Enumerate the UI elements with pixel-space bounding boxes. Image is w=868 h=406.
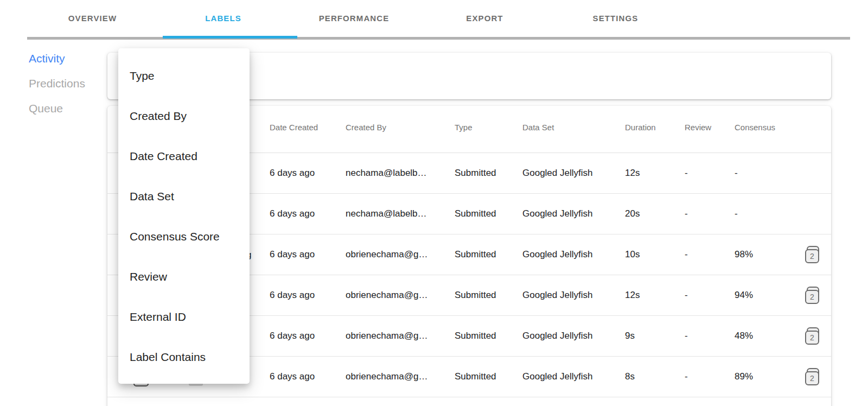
cell-review: - — [685, 290, 688, 301]
column-header-review: Review — [685, 123, 711, 132]
menu-item-consensus-score[interactable]: Consensus Score — [118, 217, 250, 257]
labels-sidebar: Activity Predictions Queue — [29, 52, 110, 127]
label-count-badge[interactable]: 2 — [805, 327, 822, 345]
badge-count: 2 — [805, 331, 819, 345]
badge-count: 2 — [805, 290, 819, 304]
menu-item-date-created[interactable]: Date Created — [118, 136, 250, 176]
cell-data-set: Googled Jellyfish — [522, 371, 592, 382]
tab-settings[interactable]: SETTINGS — [550, 0, 681, 36]
cell-type: Submitted — [455, 168, 496, 179]
cell-consensus: 94% — [735, 290, 753, 301]
tab-performance[interactable]: PERFORMANCE — [289, 0, 419, 36]
cell-type: Submitted — [455, 290, 496, 301]
cell-date-created: 6 days ago — [270, 290, 315, 301]
cell-created-by: nechama@labelb… — [346, 208, 427, 219]
badge-count: 2 — [805, 249, 819, 263]
cell-date-created: 6 days ago — [270, 208, 315, 219]
cell-consensus: 89% — [735, 371, 753, 382]
badge-count: 2 — [805, 371, 819, 385]
cell-created-by: obrienechama@g… — [346, 371, 427, 382]
cell-review: - — [685, 331, 688, 341]
cell-data-set: Googled Jellyfish — [522, 208, 592, 219]
cell-created-by: obrienechama@g… — [346, 249, 427, 260]
tab-labels[interactable]: LABELS — [158, 0, 289, 36]
cell-type: Submitted — [455, 371, 496, 382]
menu-item-label-contains[interactable]: Label Contains — [118, 337, 250, 377]
menu-item-external-id[interactable]: External ID — [118, 297, 250, 337]
cell-review: - — [685, 249, 688, 260]
cell-created-by: obrienechama@g… — [346, 331, 427, 341]
cell-type: Submitted — [455, 249, 496, 260]
menu-item-type[interactable]: Type — [118, 56, 250, 96]
cell-data-set: Googled Jellyfish — [522, 290, 592, 301]
cell-data-set: Googled Jellyfish — [522, 331, 592, 341]
sidebar-item-activity[interactable]: Activity — [29, 52, 110, 65]
cell-created-by: nechama@labelb… — [346, 168, 427, 179]
cell-consensus: 98% — [735, 249, 753, 260]
cell-review: - — [685, 371, 688, 382]
cell-date-created: 6 days ago — [270, 331, 315, 341]
column-header-duration: Duration — [625, 123, 656, 132]
cell-duration: 9s — [625, 331, 635, 341]
cell-duration: 8s — [625, 371, 635, 382]
labels-page: OVERVIEW LABELS PERFORMANCE EXPORT SETTI… — [0, 0, 868, 406]
menu-item-review[interactable]: Review — [118, 257, 250, 297]
cell-review: - — [685, 168, 688, 179]
tab-list: OVERVIEW LABELS PERFORMANCE EXPORT SETTI… — [27, 0, 681, 36]
label-count-badge[interactable]: 2 — [805, 368, 822, 385]
cell-date-created: 6 days ago — [270, 371, 315, 382]
cell-duration: 10s — [625, 249, 640, 260]
tab-overview[interactable]: OVERVIEW — [27, 0, 158, 36]
menu-item-created-by[interactable]: Created By — [118, 96, 250, 136]
column-header-consensus: Consensus — [735, 123, 775, 132]
label-count-badge[interactable]: 2 — [805, 246, 822, 263]
cell-data-set: Googled Jellyfish — [522, 249, 592, 260]
tab-bar-divider — [27, 37, 850, 40]
cell-type: Submitted — [455, 331, 496, 341]
cell-consensus: 48% — [735, 331, 753, 341]
column-header-date-created: Date Created — [270, 123, 318, 132]
cell-created-by: obrienechama@g… — [346, 290, 427, 301]
column-header-type: Type — [455, 123, 473, 132]
label-count-badge[interactable]: 2 — [805, 287, 822, 304]
cell-duration: 12s — [625, 290, 640, 301]
column-header-data-set: Data Set — [522, 123, 554, 132]
cell-duration: 12s — [625, 168, 640, 179]
cell-review: - — [685, 208, 688, 219]
tab-bar: OVERVIEW LABELS PERFORMANCE EXPORT SETTI… — [0, 0, 868, 40]
menu-item-data-set[interactable]: Data Set — [118, 176, 250, 217]
tab-export[interactable]: EXPORT — [419, 0, 550, 36]
cell-data-set: Googled Jellyfish — [522, 168, 592, 179]
active-tab-indicator — [163, 36, 297, 39]
column-header-created-by: Created By — [346, 123, 386, 132]
sidebar-item-queue[interactable]: Queue — [29, 102, 110, 115]
cell-date-created: 6 days ago — [270, 168, 315, 179]
cell-consensus: - — [735, 168, 738, 179]
cell-date-created: 6 days ago — [270, 249, 315, 260]
cell-consensus: - — [735, 208, 738, 219]
filter-dropdown-menu: Type Created By Date Created Data Set Co… — [118, 48, 250, 384]
sidebar-item-predictions[interactable]: Predictions — [29, 77, 110, 90]
cell-duration: 20s — [625, 208, 640, 219]
cell-type: Submitted — [455, 208, 496, 219]
